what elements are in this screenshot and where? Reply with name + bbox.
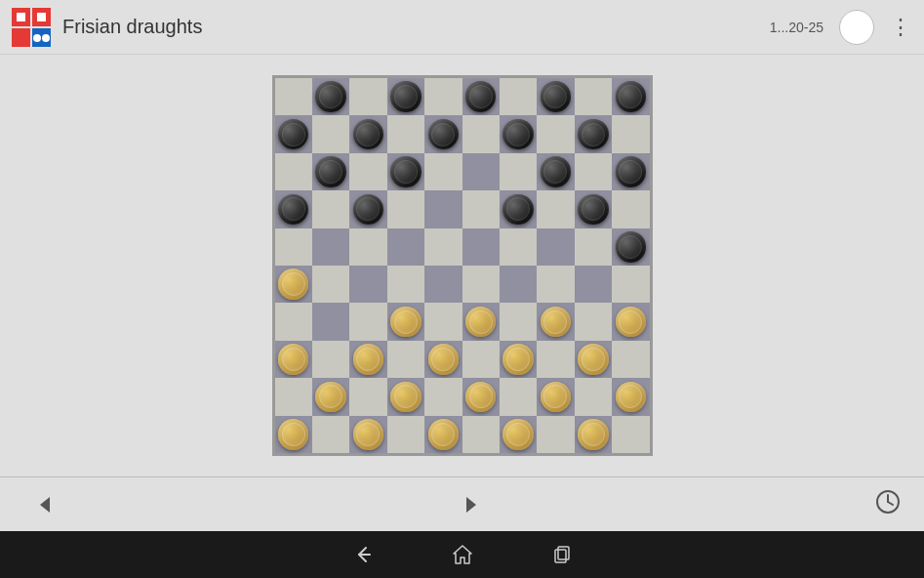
cell-8-4[interactable] — [424, 378, 462, 415]
cell-4-2[interactable] — [349, 228, 386, 266]
cell-7-2[interactable] — [349, 341, 386, 378]
cell-5-1[interactable] — [312, 266, 349, 303]
cell-4-3[interactable] — [387, 228, 424, 266]
piece-gold-9-4[interactable] — [428, 419, 459, 449]
cell-3-6[interactable] — [500, 190, 537, 227]
piece-black-2-3[interactable] — [390, 156, 421, 186]
cell-3-2[interactable] — [349, 190, 386, 227]
cell-6-5[interactable] — [462, 303, 500, 340]
piece-gold-8-1[interactable] — [315, 382, 345, 412]
cell-0-4[interactable] — [424, 78, 462, 115]
piece-black-0-3[interactable] — [390, 81, 421, 111]
cell-8-1[interactable] — [312, 378, 349, 415]
cell-1-6[interactable] — [500, 115, 537, 152]
home-button[interactable] — [452, 544, 473, 565]
cell-3-0[interactable] — [275, 190, 312, 227]
piece-black-3-6[interactable] — [502, 194, 533, 225]
piece-gold-6-9[interactable] — [616, 307, 646, 337]
menu-button[interactable]: ⋮ — [890, 17, 912, 38]
cell-7-1[interactable] — [312, 341, 349, 378]
cell-1-5[interactable] — [462, 115, 500, 152]
cell-4-9[interactable] — [612, 228, 649, 266]
piece-gold-9-0[interactable] — [278, 419, 308, 449]
toggle-button[interactable] — [839, 10, 874, 45]
cell-8-0[interactable] — [275, 378, 312, 415]
piece-black-4-9[interactable] — [616, 231, 646, 262]
cell-4-4[interactable] — [424, 228, 462, 266]
cell-8-6[interactable] — [500, 378, 537, 415]
cell-8-9[interactable] — [612, 378, 649, 415]
cell-0-9[interactable] — [612, 78, 649, 115]
cell-2-7[interactable] — [537, 153, 574, 190]
cell-9-5[interactable] — [462, 416, 500, 453]
next-button[interactable] — [450, 483, 493, 526]
cell-7-5[interactable] — [462, 341, 500, 378]
cell-1-9[interactable] — [612, 115, 649, 152]
cell-0-1[interactable] — [312, 78, 349, 115]
cell-0-3[interactable] — [387, 78, 424, 115]
cell-2-4[interactable] — [424, 153, 462, 190]
cell-3-3[interactable] — [387, 190, 424, 227]
cell-1-8[interactable] — [575, 115, 612, 152]
cell-1-1[interactable] — [312, 115, 349, 152]
cell-0-6[interactable] — [500, 78, 537, 115]
piece-gold-8-3[interactable] — [390, 382, 421, 412]
cell-4-8[interactable] — [575, 228, 612, 266]
piece-black-0-5[interactable] — [465, 81, 496, 111]
cell-9-4[interactable] — [424, 416, 462, 453]
piece-gold-7-8[interactable] — [578, 344, 608, 374]
cell-6-3[interactable] — [387, 303, 424, 340]
piece-black-2-1[interactable] — [315, 156, 345, 186]
cell-2-6[interactable] — [500, 153, 537, 190]
piece-gold-9-2[interactable] — [353, 419, 383, 449]
cell-2-5[interactable] — [462, 153, 500, 190]
cell-6-0[interactable] — [275, 303, 312, 340]
cell-7-3[interactable] — [387, 341, 424, 378]
cell-9-3[interactable] — [387, 416, 424, 453]
cell-1-3[interactable] — [387, 115, 424, 152]
cell-6-4[interactable] — [424, 303, 462, 340]
piece-black-1-4[interactable] — [428, 119, 459, 149]
piece-black-3-2[interactable] — [353, 194, 383, 225]
piece-black-0-9[interactable] — [616, 81, 646, 111]
cell-8-5[interactable] — [462, 378, 500, 415]
cell-9-0[interactable] — [275, 416, 312, 453]
piece-gold-8-9[interactable] — [616, 382, 646, 412]
cell-0-8[interactable] — [575, 78, 612, 115]
cell-4-6[interactable] — [500, 228, 537, 266]
piece-gold-9-6[interactable] — [502, 419, 533, 449]
cell-1-0[interactable] — [275, 115, 312, 152]
cell-5-6[interactable] — [500, 266, 537, 303]
cell-7-9[interactable] — [612, 341, 649, 378]
cell-2-8[interactable] — [575, 153, 612, 190]
cell-8-8[interactable] — [575, 378, 612, 415]
piece-black-1-0[interactable] — [278, 119, 308, 149]
piece-gold-7-2[interactable] — [353, 344, 383, 374]
cell-6-7[interactable] — [537, 303, 574, 340]
cell-7-7[interactable] — [537, 341, 574, 378]
cell-7-8[interactable] — [575, 341, 612, 378]
cell-4-0[interactable] — [275, 228, 312, 266]
cell-6-2[interactable] — [349, 303, 386, 340]
cell-2-1[interactable] — [312, 153, 349, 190]
cell-3-4[interactable] — [424, 190, 462, 227]
cell-8-2[interactable] — [349, 378, 386, 415]
cell-7-4[interactable] — [424, 341, 462, 378]
cell-0-5[interactable] — [462, 78, 500, 115]
cell-5-7[interactable] — [537, 266, 574, 303]
prev-button[interactable] — [23, 483, 66, 526]
recent-button[interactable] — [551, 544, 573, 565]
cell-3-5[interactable] — [462, 190, 500, 227]
cell-7-0[interactable] — [275, 341, 312, 378]
cell-6-9[interactable] — [612, 303, 649, 340]
cell-2-3[interactable] — [387, 153, 424, 190]
cell-5-9[interactable] — [612, 266, 649, 303]
piece-black-1-8[interactable] — [578, 119, 608, 149]
cell-4-5[interactable] — [462, 228, 500, 266]
piece-black-0-1[interactable] — [315, 81, 345, 111]
piece-black-2-9[interactable] — [616, 156, 646, 186]
cell-4-7[interactable] — [537, 228, 574, 266]
piece-black-1-6[interactable] — [502, 119, 533, 149]
cell-0-7[interactable] — [537, 78, 574, 115]
cell-0-0[interactable] — [275, 78, 312, 115]
